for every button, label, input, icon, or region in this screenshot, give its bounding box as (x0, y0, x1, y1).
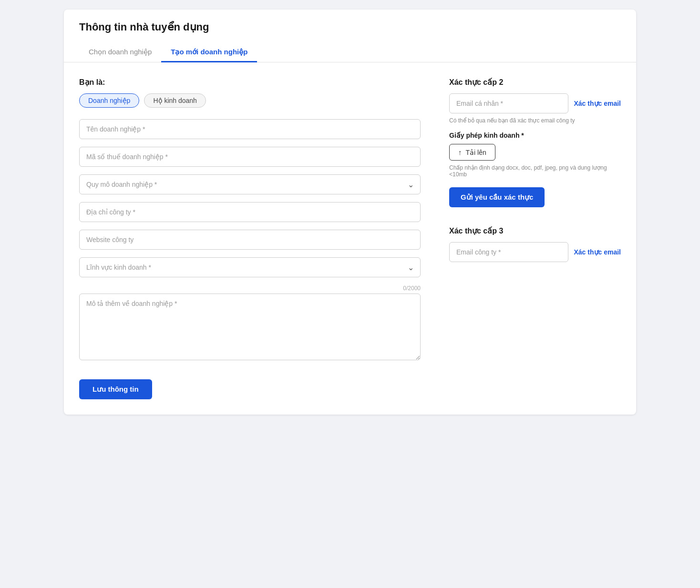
dia-chi-field (79, 202, 421, 222)
ma-so-thue-field (79, 147, 421, 167)
ten-doanh-nghiep-input[interactable] (79, 119, 421, 139)
website-input[interactable] (79, 230, 421, 250)
quy-mo-select[interactable]: Quy mô doanh nghiệp * (79, 174, 421, 194)
send-verify-button[interactable]: Gửi yêu cầu xác thực (449, 187, 545, 207)
cap2-hint-text: Có thể bỏ qua nếu bạn đã xác thực email … (449, 117, 621, 124)
file-hint-text: Chấp nhận định dạng docx, doc, pdf, jpeg… (449, 164, 621, 178)
type-btn-ho-kinh-doanh[interactable]: Hộ kinh doanh (144, 93, 206, 108)
giay-phep-label: Giấy phép kinh doanh * (449, 132, 621, 139)
email-cong-ty-input[interactable] (449, 242, 568, 262)
xac-thuc-cap3-title: Xác thực cấp 3 (449, 226, 621, 235)
mo-ta-field: 0/2000 (79, 285, 421, 362)
page-title: Thông tin nhà tuyển dụng (79, 21, 621, 33)
char-count: 0/2000 (79, 285, 421, 292)
xac-thuc-email-cap3-link[interactable]: Xác thực email (574, 248, 621, 256)
email-ca-nhan-input[interactable] (449, 93, 568, 113)
website-field (79, 230, 421, 250)
ma-so-thue-input[interactable] (79, 147, 421, 167)
xac-thuc-email-cap2-link[interactable]: Xác thực email (574, 100, 621, 107)
ban-la-label: Bạn là: (79, 78, 421, 87)
tab-chon-doanh-nghiep[interactable]: Chọn doanh nghiệp (79, 43, 161, 62)
upload-icon: ↑ (458, 148, 462, 156)
xac-thuc-cap3-section: Xác thực cấp 3 Xác thực email (449, 226, 621, 262)
mo-ta-textarea[interactable] (79, 294, 421, 360)
main-card: Thông tin nhà tuyển dụng Chọn doanh nghi… (64, 10, 636, 415)
linh-vuc-field: Lĩnh vực kinh doanh * ⌄ (79, 257, 421, 277)
upload-button[interactable]: ↑ Tải lên (449, 144, 495, 161)
quy-mo-wrapper: Quy mô doanh nghiệp * ⌄ (79, 174, 421, 194)
xac-thuc-cap2-title: Xác thực cấp 2 (449, 78, 621, 87)
quy-mo-field: Quy mô doanh nghiệp * ⌄ (79, 174, 421, 194)
tab-tao-moi-doanh-nghiep[interactable]: Tạo mới doanh nghiệp (161, 43, 257, 62)
type-btn-doanh-nghiep[interactable]: Doanh nghiệp (79, 93, 139, 108)
card-header: Thông tin nhà tuyển dụng Chọn doanh nghi… (64, 10, 636, 62)
dia-chi-input[interactable] (79, 202, 421, 222)
card-body: Bạn là: Doanh nghiệp Hộ kinh doanh Quy m… (64, 62, 636, 415)
save-button[interactable]: Lưu thông tin (79, 379, 152, 399)
email-cong-ty-row: Xác thực email (449, 242, 621, 262)
right-column: Xác thực cấp 2 Xác thực email Có thể bỏ … (449, 78, 621, 399)
ten-doanh-nghiep-field (79, 119, 421, 139)
tab-bar: Chọn doanh nghiệp Tạo mới doanh nghiệp (79, 43, 621, 62)
type-selector: Doanh nghiệp Hộ kinh doanh (79, 93, 421, 108)
left-column: Bạn là: Doanh nghiệp Hộ kinh doanh Quy m… (79, 78, 421, 399)
linh-vuc-select[interactable]: Lĩnh vực kinh doanh * (79, 257, 421, 277)
linh-vuc-wrapper: Lĩnh vực kinh doanh * ⌄ (79, 257, 421, 277)
email-ca-nhan-row: Xác thực email (449, 93, 621, 113)
